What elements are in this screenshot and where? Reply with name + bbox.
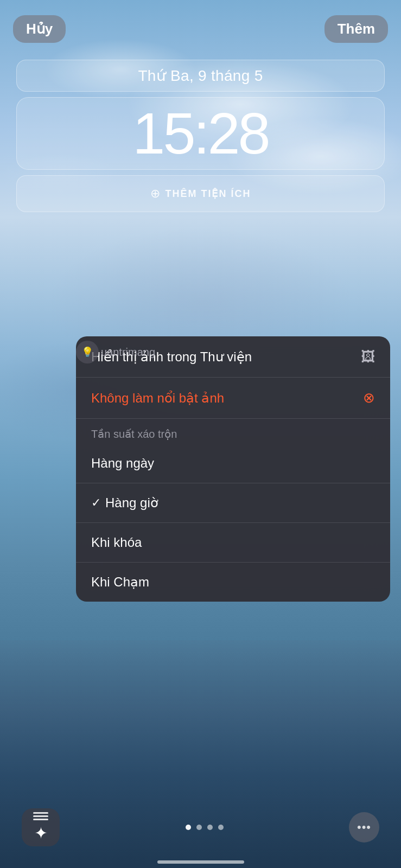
sparkle-icon: ✦ [34, 824, 48, 843]
wallpaper-style-button[interactable]: ✦ [22, 808, 60, 846]
time-box: 15:28 [16, 97, 385, 170]
date-text: Thứ Ba, 9 tháng 5 [138, 67, 263, 84]
on-lock-label: Khi khóa [91, 535, 142, 550]
daily-label: Hàng ngày [91, 456, 154, 471]
menu-item-hourly[interactable]: ✓ Hàng giờ [76, 483, 390, 523]
more-button[interactable]: ••• [349, 812, 379, 843]
header: Hủy Thêm [0, 0, 401, 43]
dot-1 [186, 825, 191, 830]
hourly-label: Hàng giờ [105, 495, 158, 510]
page-dots [186, 825, 224, 830]
date-box: Thứ Ba, 9 tháng 5 [16, 60, 385, 92]
dot-2 [196, 825, 202, 830]
dot-3 [207, 825, 213, 830]
stack-icon [33, 812, 48, 820]
logo-text: uantrimang [101, 346, 155, 359]
plus-icon: ⊕ [150, 187, 160, 201]
menu-item-daily[interactable]: Hàng ngày [76, 444, 390, 483]
checkmark-icon: ✓ [91, 496, 101, 510]
no-highlight-label: Không làm nổi bật ảnh [91, 391, 224, 406]
cancel-button[interactable]: Hủy [13, 15, 66, 43]
menu-item-on-lock[interactable]: Khi khóa [76, 523, 390, 563]
remove-circle-icon: ⊗ [363, 390, 375, 406]
daily-item-left: Hàng ngày [91, 456, 154, 471]
home-indicator [157, 860, 244, 864]
menu-item-no-highlight[interactable]: Không làm nổi bật ảnh ⊗ [76, 378, 390, 419]
shuffle-frequency-section: Tần suất xáo trộn [76, 419, 390, 444]
on-touch-label: Khi Chạm [91, 575, 149, 590]
menu-item-on-touch[interactable]: Khi Chạm [76, 563, 390, 602]
photo-gallery-icon: 🖼 [361, 348, 375, 365]
dot-4 [218, 825, 224, 830]
section-label-text: Tần suất xáo trộn [91, 428, 177, 440]
datetime-area: Thứ Ba, 9 tháng 5 15:28 ⊕ THÊM TIỆN ÍCH [16, 60, 385, 212]
bottom-bar: ✦ ••• [0, 797, 401, 868]
time-text: 15:28 [132, 100, 268, 166]
widget-label: THÊM TIỆN ÍCH [166, 188, 251, 200]
hourly-item-left: ✓ Hàng giờ [91, 495, 158, 510]
widget-box[interactable]: ⊕ THÊM TIỆN ÍCH [16, 175, 385, 212]
context-menu: Hiển thị ảnh trong Thư viện 🖼 Không làm … [76, 336, 390, 602]
logo-overlay: 💡 uantrimang [76, 341, 155, 363]
add-button[interactable]: Thêm [324, 15, 388, 43]
logo-bulb-icon: 💡 [76, 341, 99, 363]
